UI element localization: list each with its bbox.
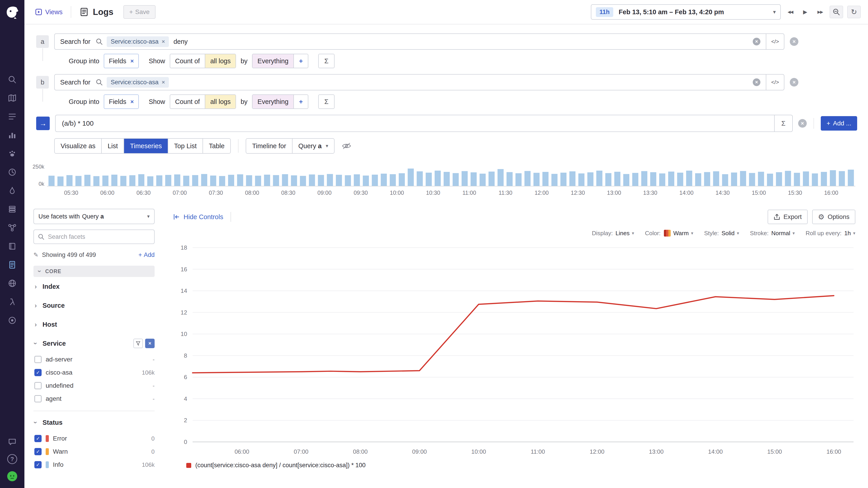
hide-timeline-button[interactable] <box>342 142 351 149</box>
remove-group-icon[interactable]: × <box>130 58 134 65</box>
aggregation-target[interactable]: all logs <box>205 95 236 108</box>
help-icon[interactable]: ? <box>7 454 17 464</box>
stroke-select[interactable]: Stroke: Normal ▾ <box>750 230 795 237</box>
aggregation-function[interactable]: Count of <box>170 95 205 108</box>
zoom-out-button[interactable] <box>830 6 843 18</box>
facet-checkbox[interactable]: ✓ <box>34 369 41 376</box>
timeline-histogram[interactable]: 05:3006:0006:3007:0007:3008:0008:3009:00… <box>47 165 855 197</box>
options-button[interactable]: ⚙ Options <box>812 210 855 224</box>
formula-sigma-button[interactable]: Σ <box>774 115 792 131</box>
edit-icon[interactable]: ✎ <box>33 252 38 258</box>
network-icon[interactable] <box>7 222 18 233</box>
color-select[interactable]: Color: Warm ▾ <box>645 230 693 237</box>
aggregate-sigma-button[interactable]: Σ <box>318 54 335 68</box>
facet-group-service[interactable]: › Service × <box>33 334 155 353</box>
facet-group-status[interactable]: › Status <box>33 413 155 432</box>
clear-search-icon[interactable]: × <box>753 38 761 45</box>
facet-group-source[interactable]: › Source <box>33 296 155 315</box>
display-select[interactable]: Display: Lines ▾ <box>592 230 634 237</box>
search-input-a[interactable]: Search for Service:cisco-asa × deny × </… <box>54 33 784 50</box>
style-select[interactable]: Style: Solid ▾ <box>704 230 739 237</box>
infrastructure-icon[interactable] <box>7 93 18 103</box>
facet-item[interactable]: ✓Error0 <box>33 432 155 445</box>
add-facet-button[interactable]: + Add <box>138 252 155 258</box>
serverless-icon[interactable] <box>7 296 18 307</box>
facet-checkbox[interactable] <box>34 395 41 402</box>
profiling-icon[interactable] <box>7 185 18 196</box>
processes-icon[interactable] <box>7 204 18 215</box>
facet-checkbox[interactable] <box>34 356 41 363</box>
clear-search-icon[interactable]: × <box>753 78 761 86</box>
add-by-button[interactable]: + <box>293 95 308 108</box>
skip-forward-button[interactable]: ▶▶ <box>815 6 826 18</box>
by-value[interactable]: Everything <box>252 54 293 68</box>
dashboards-icon[interactable] <box>7 130 18 140</box>
clear-facet-filter-button[interactable]: × <box>145 339 155 348</box>
facet-search-input[interactable] <box>48 233 150 240</box>
facet-search-box[interactable] <box>33 230 155 244</box>
skip-back-button[interactable]: ◀◀ <box>785 6 796 18</box>
formula-input[interactable]: (a/b) * 100 Σ <box>55 115 793 132</box>
search-input-b[interactable]: Search for Service:cisco-asa × × </> <box>54 74 784 90</box>
events-icon[interactable] <box>7 111 18 122</box>
facet-checkbox[interactable]: ✓ <box>34 435 41 442</box>
facet-group-host[interactable]: › Host <box>33 315 155 334</box>
viz-option-timeseries[interactable]: Timeseries <box>124 139 168 153</box>
search-for-label[interactable]: Search for <box>55 38 95 45</box>
user-avatar[interactable] <box>7 471 18 482</box>
facet-item[interactable]: ad-server- <box>33 353 155 366</box>
filter-icon[interactable] <box>133 339 143 348</box>
chart-legend[interactable]: (count[service:cisco-asa deny] / count[s… <box>186 462 855 469</box>
search-icon[interactable] <box>7 74 18 85</box>
save-button[interactable]: + Save <box>123 5 156 19</box>
facet-checkbox[interactable]: ✓ <box>34 448 41 455</box>
filter-tag[interactable]: Service:cisco-asa × <box>107 36 169 47</box>
remove-query-button[interactable]: × <box>790 37 798 46</box>
group-by-chip[interactable]: Fields × <box>104 94 139 109</box>
security-icon[interactable] <box>7 278 18 289</box>
facet-item[interactable]: ✓Info106k <box>33 458 155 471</box>
help-chat-icon[interactable] <box>7 436 18 447</box>
aggregation-function[interactable]: Count of <box>170 54 205 68</box>
code-mode-button[interactable]: </> <box>766 74 784 90</box>
apm-icon[interactable] <box>7 167 18 177</box>
hide-controls-button[interactable]: Hide Controls <box>173 213 223 221</box>
viz-option-list[interactable]: List <box>101 139 124 153</box>
viz-option-top-list[interactable]: Top List <box>168 139 203 153</box>
timeline-query-select[interactable]: Query a ▾ <box>292 139 334 153</box>
facet-section-core[interactable]: › CORE <box>33 266 155 277</box>
datadog-logo-icon[interactable] <box>4 4 20 21</box>
remove-group-icon[interactable]: × <box>130 98 134 105</box>
ci-cd-icon[interactable] <box>7 315 18 326</box>
time-range-picker[interactable]: 11h Feb 13, 5:10 am – Feb 13, 4:20 pm ▾ <box>591 4 781 20</box>
remove-tag-icon[interactable]: × <box>162 79 165 86</box>
use-facets-with-select[interactable]: Use facets with Query a ▾ <box>33 209 155 224</box>
views-button[interactable]: Views <box>35 8 63 16</box>
export-button[interactable]: Export <box>768 210 808 224</box>
notebooks-icon[interactable] <box>7 241 18 252</box>
code-mode-button[interactable]: </> <box>766 34 784 49</box>
facet-checkbox[interactable]: ✓ <box>34 461 41 468</box>
group-by-chip[interactable]: Fields × <box>104 54 139 68</box>
rollup-select[interactable]: Roll up every: 1h ▾ <box>806 230 855 237</box>
add-by-button[interactable]: + <box>293 54 308 68</box>
remove-formula-button[interactable]: × <box>798 119 807 128</box>
log-volume-timeline[interactable]: 250k 0k 05:3006:0006:3007:0007:3008:0008… <box>47 165 855 204</box>
watchdog-icon[interactable] <box>7 148 18 159</box>
play-button[interactable]: ▶ <box>800 6 811 18</box>
facet-checkbox[interactable] <box>34 382 41 389</box>
refresh-button[interactable]: ↻ <box>847 6 861 18</box>
facet-item[interactable]: agent- <box>33 392 155 405</box>
aggregate-sigma-button[interactable]: Σ <box>318 94 335 109</box>
facet-item[interactable]: ✓cisco-asa106k <box>33 366 155 379</box>
aggregation-target[interactable]: all logs <box>205 54 236 68</box>
remove-query-button[interactable]: × <box>790 78 798 87</box>
filter-tag[interactable]: Service:cisco-asa × <box>107 77 169 88</box>
timeseries-chart[interactable]: 02468101214161806:0007:0008:0009:0010:00… <box>173 242 855 460</box>
facet-group-index[interactable]: › Index <box>33 277 155 296</box>
search-for-label[interactable]: Search for <box>55 78 95 86</box>
facet-item[interactable]: ✓Warn0 <box>33 445 155 458</box>
add-query-button[interactable]: + Add ... <box>821 116 857 131</box>
viz-option-table[interactable]: Table <box>203 139 230 153</box>
logs-icon[interactable] <box>7 259 18 270</box>
